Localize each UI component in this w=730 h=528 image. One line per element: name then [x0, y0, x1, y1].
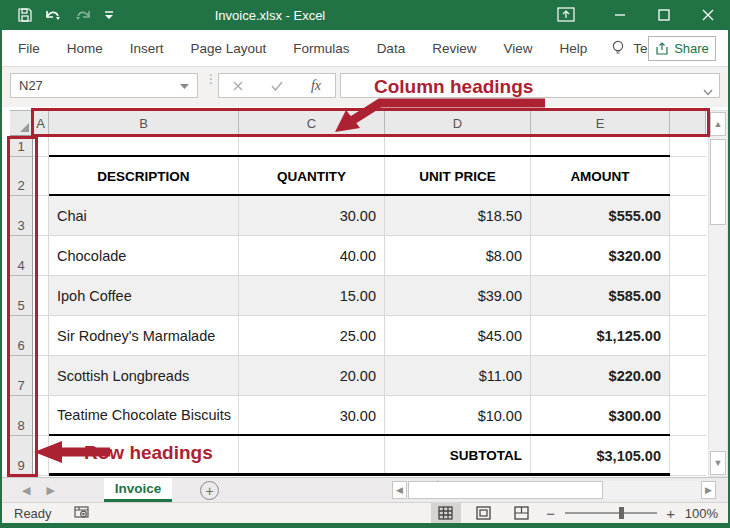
name-box-value: N27 — [19, 78, 43, 93]
zoom-in-icon[interactable]: + — [665, 505, 677, 522]
cell[interactable] — [670, 316, 706, 356]
tab-file[interactable]: File — [18, 41, 40, 56]
cell-quantity[interactable]: 30.00 — [239, 396, 385, 436]
enter-icon[interactable] — [271, 77, 283, 95]
row-headings-label: Row headings — [84, 442, 213, 464]
vertical-scrollbar-thumb[interactable] — [710, 139, 726, 225]
scroll-down-icon[interactable]: ▼ — [710, 451, 726, 475]
sheet-next-icon[interactable]: ▶ — [46, 484, 54, 497]
zoom-slider-thumb[interactable] — [619, 507, 624, 519]
page-break-view-icon[interactable] — [507, 503, 537, 523]
tab-data[interactable]: Data — [377, 41, 406, 56]
cell-quantity[interactable]: 20.00 — [239, 356, 385, 396]
maximize-button[interactable] — [642, 0, 686, 30]
scroll-up-icon[interactable]: ▲ — [710, 112, 726, 136]
ribbon-display-options-icon[interactable] — [548, 0, 584, 30]
cell[interactable] — [49, 136, 239, 157]
grid-row-3: Chai 30.00 $18.50 $555.00 — [33, 196, 706, 236]
cell[interactable] — [531, 136, 670, 157]
cell[interactable] — [670, 276, 706, 316]
cell-amount[interactable]: $320.00 — [531, 236, 670, 276]
minimize-button[interactable] — [598, 0, 642, 30]
new-sheet-icon[interactable]: + — [200, 481, 219, 500]
customize-qat-icon[interactable] — [100, 6, 118, 24]
cell-unit-price[interactable]: $39.00 — [385, 276, 531, 316]
cell[interactable] — [670, 196, 706, 236]
select-all-corner[interactable] — [10, 110, 33, 136]
scroll-left-icon[interactable]: ◀ — [392, 481, 407, 499]
page-layout-view-icon[interactable] — [469, 503, 499, 523]
name-box-dropdown-icon[interactable] — [180, 78, 189, 93]
cell-quantity[interactable]: 40.00 — [239, 236, 385, 276]
name-box[interactable]: N27 — [10, 73, 198, 98]
share-button[interactable]: Share — [648, 36, 716, 61]
cell-quantity[interactable]: 25.00 — [239, 316, 385, 356]
sheet-nav: ◀ ▶ — [2, 484, 55, 497]
status-mode: Ready — [14, 506, 52, 521]
tab-view[interactable]: View — [503, 41, 532, 56]
close-button[interactable] — [686, 0, 730, 30]
tab-formulas[interactable]: Formulas — [293, 41, 349, 56]
header-quantity[interactable]: QUANTITY — [239, 157, 385, 196]
tab-home[interactable]: Home — [67, 41, 103, 56]
table-border-bottom — [49, 473, 670, 476]
undo-icon[interactable] — [40, 5, 66, 25]
cell-description[interactable]: Scottish Longbreads — [49, 356, 239, 396]
header-description[interactable]: DESCRIPTION — [49, 157, 239, 196]
macro-record-icon[interactable] — [74, 505, 90, 522]
cell-description[interactable]: Ipoh Coffee — [49, 276, 239, 316]
sheet-tab-invoice[interactable]: Invoice — [104, 478, 172, 502]
cell-amount[interactable]: $585.00 — [531, 276, 670, 316]
cell-description[interactable]: Sir Rodney's Marmalade — [49, 316, 239, 356]
title-bar: Invoice.xlsx - Excel — [0, 0, 730, 30]
cell-unit-price[interactable]: $10.00 — [385, 396, 531, 436]
cell-description[interactable]: Chocolade — [49, 236, 239, 276]
vertical-scrollbar[interactable]: ▲ ▼ — [708, 110, 728, 477]
cell[interactable] — [670, 157, 706, 196]
header-unit-price[interactable]: UNIT PRICE — [385, 157, 531, 196]
header-amount[interactable]: AMOUNT — [531, 157, 670, 196]
excel-window: Invoice.xlsx - Excel File Home Insert Pa… — [0, 0, 730, 528]
cell-unit-price[interactable]: $11.00 — [385, 356, 531, 396]
cell[interactable] — [239, 136, 385, 157]
cell-amount[interactable]: $300.00 — [531, 396, 670, 436]
grid-row-5: Ipoh Coffee 15.00 $39.00 $585.00 — [33, 276, 706, 316]
tab-help[interactable]: Help — [559, 41, 587, 56]
cell-quantity[interactable]: 15.00 — [239, 276, 385, 316]
cell[interactable] — [385, 136, 531, 157]
zoom-level[interactable]: 100% — [685, 506, 718, 521]
zoom-out-icon[interactable]: − — [545, 505, 557, 522]
formula-bar-expand-icon[interactable] — [703, 82, 713, 100]
cell[interactable] — [670, 356, 706, 396]
row-headings-highlight-rect — [7, 136, 38, 477]
horizontal-scrollbar[interactable]: ◀ ▶ — [392, 481, 716, 499]
cell-amount[interactable]: $555.00 — [531, 196, 670, 236]
save-icon[interactable] — [14, 5, 36, 25]
sheet-prev-icon[interactable]: ◀ — [22, 484, 30, 497]
grid-row-6: Sir Rodney's Marmalade 25.00 $45.00 $1,1… — [33, 316, 706, 356]
normal-view-icon[interactable] — [431, 503, 461, 523]
cell[interactable] — [670, 396, 706, 436]
cell-amount[interactable]: $1,125.00 — [531, 316, 670, 356]
cell-amount[interactable]: $220.00 — [531, 356, 670, 396]
horizontal-scrollbar-thumb[interactable] — [408, 481, 603, 499]
cell-unit-price[interactable]: $8.00 — [385, 236, 531, 276]
insert-function-icon[interactable]: fx — [311, 78, 321, 94]
cell-description[interactable]: Chai — [49, 196, 239, 236]
cell[interactable] — [670, 436, 706, 476]
scroll-right-icon[interactable]: ▶ — [701, 481, 716, 499]
cell[interactable] — [670, 136, 706, 157]
cell-subtotal-amount[interactable]: $3,105.00 — [531, 436, 670, 476]
cancel-icon[interactable] — [233, 77, 243, 95]
cell-subtotal-label[interactable]: SUBTOTAL — [385, 436, 531, 476]
cell-unit-price[interactable]: $45.00 — [385, 316, 531, 356]
tab-review[interactable]: Review — [432, 41, 476, 56]
cell[interactable] — [670, 236, 706, 276]
cell-unit-price[interactable]: $18.50 — [385, 196, 531, 236]
cell-quantity[interactable]: 30.00 — [239, 196, 385, 236]
tab-page-layout[interactable]: Page Layout — [191, 41, 267, 56]
tab-insert[interactable]: Insert — [130, 41, 164, 56]
zoom-slider[interactable] — [565, 512, 657, 514]
cell-description[interactable]: Teatime Chocolate Biscuits — [49, 396, 239, 436]
cell[interactable] — [239, 436, 385, 476]
